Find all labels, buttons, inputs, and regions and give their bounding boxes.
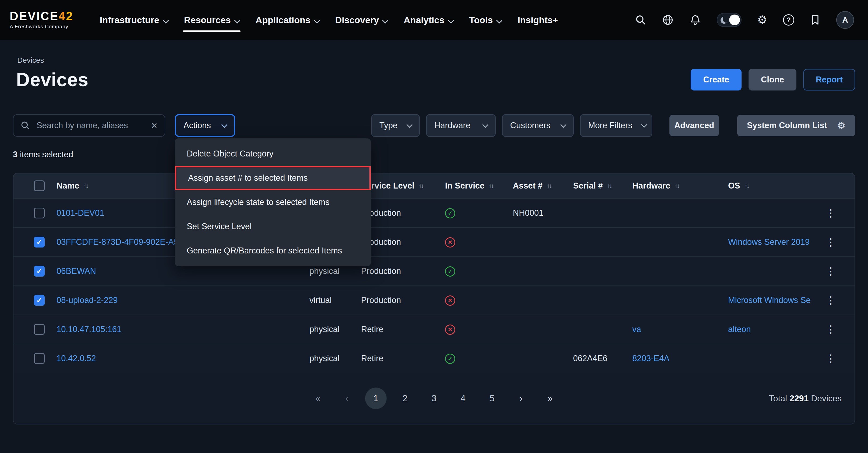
- row-checkbox[interactable]: [34, 353, 45, 364]
- os-link[interactable]: alteon: [728, 324, 751, 334]
- column-header-service-level[interactable]: Service Level: [361, 181, 445, 191]
- logo-tagline: A Freshworks Company: [10, 24, 73, 30]
- sort-icon: [744, 182, 749, 190]
- topbar-icon-cluster: A: [635, 0, 854, 40]
- bookmark-icon[interactable]: [810, 14, 820, 26]
- user-avatar[interactable]: A: [836, 11, 854, 29]
- filter-hardware[interactable]: Hardware: [426, 114, 496, 137]
- os-cell: Microsoft Windows Se: [728, 295, 815, 305]
- filter-more-filters[interactable]: More Filters: [580, 114, 652, 137]
- filter-customers[interactable]: Customers: [502, 114, 574, 137]
- table-header-row: Name Type Service Level In Service Asset…: [13, 173, 855, 198]
- clone-button[interactable]: Clone: [748, 69, 797, 90]
- row-menu-button[interactable]: [822, 266, 839, 276]
- search-input[interactable]: [35, 120, 146, 131]
- system-column-list-button[interactable]: System Column List: [737, 115, 855, 136]
- header-buttons: Create Clone Report: [691, 69, 855, 90]
- actions-dropdown-button[interactable]: Actions: [175, 114, 235, 137]
- create-button[interactable]: Create: [691, 69, 742, 90]
- os-link[interactable]: Microsoft Windows Se: [728, 295, 811, 305]
- nav-item-resources[interactable]: Resources: [176, 0, 248, 40]
- row-menu-button[interactable]: [822, 208, 839, 218]
- column-header-hardware[interactable]: Hardware: [632, 181, 728, 191]
- menu-item-assign-lifecycle-state[interactable]: Assign lifecycle state to selected Items: [175, 190, 371, 215]
- device-name-link[interactable]: 10.42.0.52: [57, 353, 96, 363]
- hardware-link[interactable]: va: [632, 324, 641, 334]
- column-header-in-service[interactable]: In Service: [445, 181, 513, 191]
- theme-toggle[interactable]: [717, 13, 742, 27]
- nav-item-applications[interactable]: Applications: [248, 0, 327, 40]
- os-link[interactable]: Windows Server 2019: [728, 237, 810, 247]
- row-menu-button[interactable]: [822, 237, 839, 247]
- chevron-down-icon: [560, 122, 567, 128]
- globe-icon[interactable]: [662, 14, 674, 26]
- search-icon: [21, 121, 30, 130]
- notifications-bell-icon[interactable]: [689, 14, 701, 26]
- chevron-down-icon: [234, 18, 240, 24]
- device-name-link[interactable]: 03FFCDFE-873D-4F09-902E-A51D: [57, 237, 189, 247]
- advanced-button[interactable]: Advanced: [670, 115, 719, 136]
- column-header-asset[interactable]: Asset #: [513, 181, 573, 191]
- type-cell: physical: [309, 353, 361, 363]
- page-button-4[interactable]: 4: [452, 388, 474, 409]
- column-header-serial[interactable]: Serial #: [573, 181, 632, 191]
- select-all-checkbox[interactable]: [34, 180, 45, 191]
- selection-summary: 3 items selected: [13, 150, 855, 160]
- breadcrumb[interactable]: Devices: [17, 56, 44, 65]
- first-page-button[interactable]: «: [307, 388, 329, 409]
- nav-item-infrastructure[interactable]: Infrastructure: [92, 0, 176, 40]
- service-level-cell: Production: [361, 208, 445, 218]
- in-service-icon: ✓: [445, 353, 455, 364]
- clear-search-icon[interactable]: [151, 121, 158, 130]
- nav-item-discovery[interactable]: Discovery: [327, 0, 396, 40]
- row-menu-button[interactable]: [822, 295, 839, 305]
- device-name-link[interactable]: 10.10.47.105:161: [57, 324, 121, 334]
- previous-page-button[interactable]: ‹: [336, 388, 358, 409]
- device-name-link[interactable]: 08-upload-2-229: [57, 295, 118, 305]
- page-button-2[interactable]: 2: [394, 388, 416, 409]
- menu-item-assign-asset-number[interactable]: Assign asset # to selected Items: [175, 166, 371, 190]
- sort-icon: [489, 182, 493, 190]
- moon-icon: [720, 17, 727, 24]
- page-button-1[interactable]: 1: [365, 388, 386, 409]
- next-page-button[interactable]: ›: [510, 388, 532, 409]
- search-box: [13, 114, 165, 137]
- column-header-os[interactable]: OS: [728, 181, 815, 191]
- report-button[interactable]: Report: [803, 69, 855, 90]
- hardware-cell: va: [632, 324, 728, 334]
- row-checkbox[interactable]: [34, 208, 45, 219]
- table-row: 08-upload-2-229 virtual Production ✕ Mic…: [13, 285, 855, 315]
- filter-group: Type Hardware Customers More Filters Adv…: [371, 114, 855, 137]
- sort-icon: [547, 182, 551, 190]
- chevron-down-icon: [496, 18, 502, 24]
- in-service-icon: ✕: [445, 237, 455, 248]
- help-icon[interactable]: [783, 14, 794, 26]
- row-checkbox[interactable]: [34, 295, 45, 306]
- type-cell: physical: [309, 324, 361, 334]
- menu-item-delete-object-category[interactable]: Delete Object Category: [175, 142, 371, 166]
- menu-item-set-service-level[interactable]: Set Service Level: [175, 215, 371, 238]
- menu-item-generate-qr-barcodes[interactable]: Generate QR/Barcodes for selected Items: [175, 238, 371, 263]
- nav-item-tools[interactable]: Tools: [461, 0, 509, 40]
- hardware-link[interactable]: 8203-E4A: [632, 353, 670, 363]
- settings-gear-icon[interactable]: [757, 14, 767, 26]
- nav-item-insights[interactable]: Insights+: [509, 0, 566, 40]
- row-menu-button[interactable]: [822, 353, 839, 364]
- search-icon[interactable]: [635, 14, 646, 26]
- page-button-5[interactable]: 5: [482, 388, 503, 409]
- row-checkbox[interactable]: [34, 237, 45, 248]
- service-level-cell: Production: [361, 295, 445, 305]
- top-navigation-bar: DEVICE42 A Freshworks Company Infrastruc…: [0, 0, 868, 40]
- nav-item-analytics[interactable]: Analytics: [396, 0, 461, 40]
- row-checkbox[interactable]: [34, 324, 45, 335]
- device42-logo[interactable]: DEVICE42 A Freshworks Company: [10, 0, 73, 40]
- devices-table: Name Type Service Level In Service Asset…: [13, 173, 855, 424]
- in-service-icon: ✕: [445, 295, 455, 306]
- last-page-button[interactable]: »: [539, 388, 561, 409]
- device-name-link[interactable]: 0101-DEV01: [57, 208, 104, 218]
- row-checkbox[interactable]: [34, 266, 45, 277]
- row-menu-button[interactable]: [822, 324, 839, 335]
- device-name-link[interactable]: 06BEWAN: [57, 266, 96, 276]
- page-button-3[interactable]: 3: [423, 388, 445, 409]
- filter-type[interactable]: Type: [371, 114, 420, 137]
